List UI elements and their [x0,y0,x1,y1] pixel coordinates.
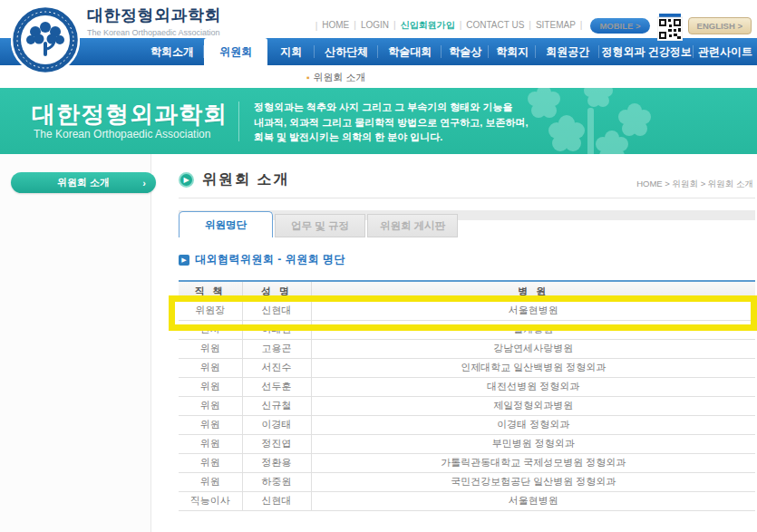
nav-item-2[interactable]: 지회 [267,38,315,65]
nav-item-3[interactable]: 산하단체 [315,38,378,65]
table-row: 위원신규철제일정형외과병원 [179,396,755,415]
table-row: 위원고용곤강남연세사랑병원 [179,339,755,358]
table-cell: 이태연 [242,320,311,339]
table-cell: 위원 [179,415,242,434]
table-cell: 간사 [179,320,242,339]
section-title: 대외협력위원회 - 위원회 명단 [195,252,345,267]
table-cell: 가톨릭관동대학교 국제성모병원 정형외과 [311,453,755,472]
table-header-row: 직 책성 명병 원 [179,281,755,301]
page: 대한정형외과학회 The Korean Orthopaedic Associat… [0,0,757,532]
divider: | [580,20,583,30]
nav-item-9[interactable]: 관련사이트 [694,38,757,65]
utility-link-join[interactable]: 신입회원가입 [401,20,455,30]
divider: | [354,20,356,30]
title-bullet-icon: ▶ [179,172,194,188]
banner-description: 정형외과는 척추와 사지 그리고 그 부속기의 형태와 기능을내과적, 외과적 … [254,100,529,145]
table-cell: 위원 [179,377,242,396]
utility-link-login[interactable]: LOGIN [361,20,389,30]
table-cell: 강남연세사랑병원 [311,339,755,358]
table-cell: 위원 [179,434,242,453]
table-cell: 인제대학교 일산백병원 정형외과 [311,358,755,377]
association-logo[interactable] [11,5,80,74]
table-cell: 위원 [179,396,242,415]
utility-link-sitemap[interactable]: SITEMAP [536,20,576,30]
nav-items: 학회소개위원회지회산하단체학술대회학술상학회지회원공간정형외과 건강정보관련사이… [141,38,757,65]
mobile-button[interactable]: MOBILE > [590,18,649,34]
banner-description-line: 정형외과는 척추와 사지 그리고 그 부속기의 형태와 기능을 [254,100,529,115]
submenu-label: 위원회 소개 [314,72,366,82]
page-title: 위원회 소개 [202,170,289,189]
site-subtitle: The Korean Orthopaedic Association [87,28,221,37]
main-nav: 학회소개위원회지회산하단체학술대회학술상학회지회원공간정형외과 건강정보관련사이… [0,38,757,65]
banner-description-line: 회복 및 발전시키는 의학의 한 분야 입니다. [254,130,529,145]
bullet-icon: ▪ [306,73,310,82]
table-cell: 위원 [179,358,242,377]
table-cell: 선두훈 [242,377,311,396]
divider: | [393,20,396,30]
table-row: 위원정진엽부민병원 정형외과 [179,434,755,453]
utility-links: HOME|LOGIN|신입회원가입|CONTACT US|SITEMAP| [322,19,587,32]
table-row: 간사이태연날개병원 [179,320,755,339]
table-cell: 정진엽 [242,434,311,453]
page-banner: 대한정형외과학회 The Korean Orthopaedic Associat… [0,88,757,154]
table-cell: 제일정형외과병원 [311,396,755,415]
top-header: 대한정형외과학회 The Korean Orthopaedic Associat… [0,0,757,38]
committee-member-table: 직 책성 명병 원 위원장신현대서울현병원간사이태연날개병원위원고용곤강남연세사… [179,280,755,511]
table-cell: 정환용 [242,453,311,472]
table-cell: 신현대 [242,491,311,510]
table-cell: 하중원 [242,472,311,491]
nav-item-5[interactable]: 학술상 [442,38,489,65]
table-cell: 부민병원 정형외과 [311,434,755,453]
banner-title: 대한정형외과학회 [32,99,228,131]
table-cell: 신규철 [242,396,311,415]
utility-link-home[interactable]: HOME [322,20,349,30]
divider: | [529,20,531,30]
nav-item-7[interactable]: 회원공간 [536,38,599,65]
site-title[interactable]: 대한정형외과학회 [87,5,221,26]
english-button[interactable]: ENGLISH > [688,17,752,34]
page-title-row: ▶ 위원회 소개 [179,170,289,189]
table-cell: 서진수 [242,358,311,377]
nav-item-0[interactable]: 학회소개 [141,38,204,65]
tab-0[interactable]: 위원명단 [179,211,273,237]
table-cell: 서울현병원 [311,301,755,320]
submenu-bar: ▪위원회 소개 [0,65,757,88]
sidebar [0,154,151,532]
table-cell: 날개병원 [311,320,755,339]
table-cell: 신현대 [242,301,311,320]
table-column-header: 병 원 [311,281,755,301]
table-cell: 위원 [179,339,242,358]
nav-item-6[interactable]: 학회지 [489,38,536,65]
tab-2[interactable]: 위원회 게시판 [367,214,458,237]
sidebar-item-label: 위원회 소개 [57,176,110,189]
table-row: 위원정환용가톨릭관동대학교 국제성모병원 정형외과 [179,453,755,472]
tab-1[interactable]: 업무 및 규정 [275,214,365,237]
nav-item-1[interactable]: 위원회 [204,38,267,65]
banner-description-line: 내과적, 외과적 그리고 물리학적 방법으로 연구하고, 보존하며, [254,115,529,131]
table-cell: 위원 [179,453,242,472]
sidebar-item-committee-intro[interactable]: 위원회 소개 › [11,172,156,193]
nav-item-4[interactable]: 학술대회 [378,38,442,65]
divider: | [315,21,318,31]
table-cell: 직능이사 [179,491,242,510]
table-row: 직능이사신현대서울현병원 [179,491,755,510]
divider [179,198,755,198]
banner-subtitle: The Korean Orthopaedic Association [34,128,210,140]
table-cell: 국민건강보험공단 일산병원 정형외과 [311,472,755,491]
table-cell: 서울현병원 [311,491,755,510]
table-column-header: 성 명 [242,281,311,301]
breadcrumb: HOME > 위원회 > 위원회 소개 [636,179,753,190]
table-row: 위원이경태이경태 정형외과 [179,415,755,434]
divider [238,102,239,141]
submenu-item-committee-intro[interactable]: ▪위원회 소개 [306,71,366,84]
table-cell: 고용곤 [242,339,311,358]
table-cell: 대전선병원 정형외과 [311,377,755,396]
table-cell: 위원장 [179,301,242,320]
section-header: ▶ 대외협력위원회 - 위원회 명단 [179,252,345,267]
nav-item-8[interactable]: 정형외과 건강정보 [599,38,694,65]
chevron-right-icon: › [142,178,146,189]
table-cell: 이경태 정형외과 [311,415,755,434]
utility-link-contact-us[interactable]: CONTACT US [466,20,524,30]
utility-bar: | HOME|LOGIN|신입회원가입|CONTACT US|SITEMAP| … [311,12,752,39]
association-seal-icon [11,5,80,74]
